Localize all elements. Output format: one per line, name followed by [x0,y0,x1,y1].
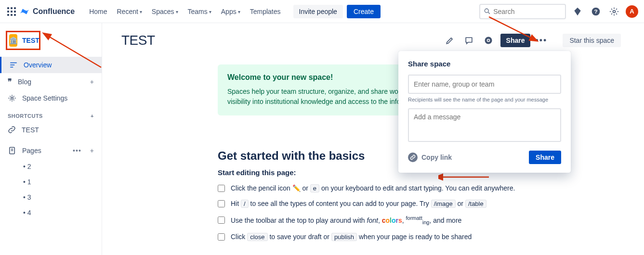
link-icon [408,153,418,162]
nav-recent[interactable]: Recent▾ [113,5,145,18]
svg-point-13 [613,10,616,13]
share-button[interactable]: Share [500,34,531,47]
svg-point-9 [485,9,488,13]
share-recipient-input[interactable] [408,75,561,94]
page-tree-item[interactable]: • 2 [0,159,102,174]
space-logo-icon: 🏛️ [9,34,17,47]
blog-icon: ❞ [8,77,12,86]
sidebar-item-label: Overview [24,61,52,69]
create-button[interactable]: Create [347,5,381,18]
invite-people-button[interactable]: Invite people [293,5,343,18]
svg-rect-3 [7,11,9,13]
checklist-item: Hit / to see all the types of content yo… [218,200,621,207]
svg-rect-6 [7,14,9,16]
search-icon [484,8,490,15]
top-nav-left: Confluence Home Recent▾ Spaces▾ Teams▾ A… [6,5,477,18]
sidebar: 🏛️ TEST Overview ❞ Blog + Space Settings… [0,23,102,255]
settings-icon[interactable] [607,5,621,18]
sidebar-item-settings[interactable]: Space Settings [0,90,102,106]
confluence-icon [19,6,30,17]
watch-icon[interactable] [481,33,496,48]
sidebar-item-label: TEST [22,126,39,134]
share-message-input[interactable] [408,108,561,142]
popover-share-button[interactable]: Share [529,151,561,164]
confluence-logo[interactable]: Confluence [19,6,75,17]
checkbox[interactable] [218,185,225,192]
popover-title: Share space [408,60,561,68]
svg-text:?: ? [594,8,597,14]
link-icon [8,126,16,134]
help-icon[interactable]: ? [589,5,603,18]
plus-icon[interactable]: + [90,147,94,154]
svg-rect-4 [11,11,13,13]
space-header[interactable]: 🏛️ TEST [6,31,40,50]
space-name: TEST [22,37,39,44]
sidebar-item-label: Space Settings [22,94,67,102]
copy-link-button[interactable]: Copy link [408,153,452,162]
svg-line-10 [488,12,490,13]
overview-icon [9,61,18,69]
svg-rect-7 [11,14,13,16]
chevron-down-icon: ▾ [140,9,142,14]
nav-apps[interactable]: Apps▾ [217,5,244,18]
svg-rect-8 [14,14,16,16]
app-switcher-icon[interactable] [6,6,17,17]
sidebar-item-overview[interactable]: Overview [0,57,102,73]
pages-icon [8,146,16,155]
notification-icon[interactable] [571,5,584,18]
checklist-item: Use the toolbar at the top to play aroun… [218,215,621,225]
svg-rect-2 [14,7,16,9]
checkbox[interactable] [218,233,225,241]
share-popover: Share space Recipients will see the name… [398,51,571,173]
nav-teams[interactable]: Teams▾ [184,5,215,18]
page-tree-item[interactable]: • 4 [0,205,102,220]
search-input[interactable] [493,8,561,15]
checkbox[interactable] [218,200,225,207]
edit-icon[interactable] [443,33,457,48]
svg-point-14 [11,97,13,100]
checklist-item: Click close to save your draft or publis… [218,233,621,241]
chevron-down-icon: ▾ [176,9,178,14]
nav-home[interactable]: Home [85,5,111,18]
svg-point-20 [487,39,489,41]
search-box[interactable] [479,4,566,19]
star-space-button[interactable]: Star this space [563,34,621,47]
svg-rect-1 [11,7,13,9]
plus-icon[interactable]: + [90,78,94,86]
sidebar-shortcut-item[interactable]: TEST [0,122,102,138]
sidebar-section-shortcuts: SHORTCUTS + [0,106,102,122]
comment-icon[interactable] [462,33,476,48]
more-icon[interactable]: ••• [73,147,81,154]
plus-icon[interactable]: + [91,113,94,119]
sidebar-item-blog[interactable]: ❞ Blog + [0,73,102,90]
checkbox[interactable] [218,217,225,224]
popover-footer: Copy link Share [408,151,561,164]
chevron-down-icon: ▾ [209,9,211,14]
page-tree-item[interactable]: • 3 [0,190,102,205]
sidebar-item-label: Blog [18,78,31,86]
checklist-item: Click the pencil icon ✏️ or e on your ke… [218,184,621,192]
brand-label: Confluence [33,7,75,16]
svg-rect-5 [14,11,16,13]
sidebar-item-pages[interactable]: Pages ••• + [0,142,102,159]
nav-templates[interactable]: Templates [246,5,285,18]
page-title: TEST [121,33,155,48]
chevron-down-icon: ▾ [238,9,240,14]
top-nav-right: ? A [479,4,638,19]
page-header: TEST Share ••• Star this space [121,33,621,48]
sidebar-item-label: Pages [22,147,41,154]
top-nav: Confluence Home Recent▾ Spaces▾ Teams▾ A… [0,0,644,23]
content-area: TEST Share ••• Star this space Welcome t… [102,23,644,255]
popover-hint: Recipients will see the name of the page… [408,97,561,102]
main-area: 🏛️ TEST Overview ❞ Blog + Space Settings… [0,23,644,255]
svg-rect-0 [7,7,9,9]
page-tree-item[interactable]: • 1 [0,174,102,190]
more-actions-icon[interactable]: ••• [535,36,547,46]
avatar[interactable]: A [626,5,638,18]
gear-icon [8,94,16,102]
nav-spaces[interactable]: Spaces▾ [148,5,182,18]
page-actions: Share ••• Star this space [443,33,621,48]
